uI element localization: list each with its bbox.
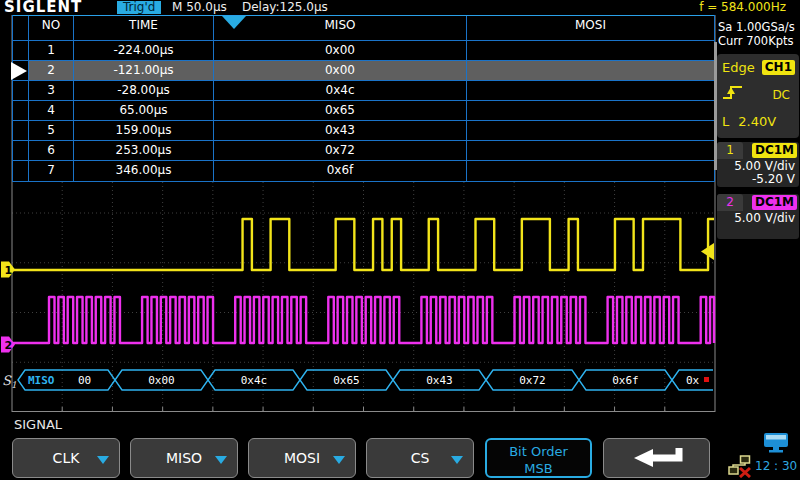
bottom-menu-bar: SIGNAL CLK MISO MOSI CS Bit Order MSB <box>0 412 716 480</box>
trigger-level-label: L <box>722 114 729 129</box>
col-header-miso: MISO <box>214 16 467 40</box>
top-status-bar: SIGLENT Trig'd M 50.0µs Delay:125.0µs f … <box>0 0 800 15</box>
return-arrow-icon <box>625 444 689 472</box>
bit-order-button[interactable]: Bit Order MSB <box>485 438 592 478</box>
rising-edge-icon <box>722 84 744 105</box>
decode-event-table: NO TIME MISO MOSI 1 -224.00µs 0x00 2 -12… <box>12 14 715 182</box>
table-scrollbar[interactable] <box>714 42 717 170</box>
timebase-readout[interactable]: M 50.0µs <box>172 0 227 14</box>
frequency-counter: f = 584.000Hz <box>699 0 786 14</box>
trigger-status-badge[interactable]: Trig'd <box>117 1 161 14</box>
menu-section-label: SIGNAL <box>14 417 62 432</box>
dropdown-arrow-icon <box>451 456 463 464</box>
decode-frame-value: 0x72 <box>519 374 546 387</box>
decode-frame-value: 0x6f <box>612 374 639 387</box>
oscilloscope-screen: { "topbar": { "logo": "SIGLENT", "trigge… <box>0 0 800 480</box>
decode-frame-value: 00 <box>78 374 91 387</box>
col-header-no: NO <box>29 16 74 40</box>
trigger-coupling: DC <box>772 88 790 102</box>
trigger-position-marker[interactable] <box>222 16 246 29</box>
col-header-pointer <box>13 16 29 40</box>
svg-text:1: 1 <box>5 264 13 277</box>
channel2-scale: 5.00 V/div <box>717 212 795 225</box>
dropdown-arrow-icon <box>333 456 345 464</box>
channel1-info-panel[interactable]: 1 DC1M 5.00 V/div -5.20 V <box>717 142 799 187</box>
signal-cs-button[interactable]: CS <box>366 438 474 478</box>
trigger-source-badge: CH1 <box>762 60 795 75</box>
signal-mosi-button[interactable]: MOSI <box>248 438 356 478</box>
svg-text:2: 2 <box>5 339 13 352</box>
decode-frame-value: 0x <box>686 374 700 387</box>
dropdown-arrow-icon <box>215 456 227 464</box>
table-row[interactable]: 5 159.00µs 0x43 <box>13 121 714 141</box>
table-header-row: NO TIME MISO MOSI <box>13 16 714 41</box>
table-row[interactable]: 4 65.00µs 0x65 <box>13 101 714 121</box>
col-header-mosi: MOSI <box>467 16 714 40</box>
memory-depth: Curr 700Kpts <box>718 34 800 48</box>
decode-incomplete-dot <box>704 377 709 382</box>
trigger-level-value: 2.40V <box>738 114 776 129</box>
signal-miso-button[interactable]: MISO <box>130 438 238 478</box>
table-row[interactable]: 6 253.00µs 0x72 <box>13 141 714 161</box>
acquisition-info: Sa 1.00GSa/s Curr 700Kpts <box>716 15 800 48</box>
decode-bus-name: MISO <box>28 374 55 387</box>
table-row[interactable]: 3 -28.00µs 0x4c <box>13 81 714 101</box>
table-row-selected[interactable]: 2 -121.00µs 0x00 <box>13 61 714 81</box>
network-error-icon[interactable] <box>728 455 752 480</box>
channel1-number-tab[interactable]: 1 <box>717 142 743 159</box>
trigger-type: Edge <box>722 60 755 75</box>
clock-time: 12 : 30 <box>755 459 797 473</box>
decode-frame-value: 0x65 <box>333 374 360 387</box>
decode-frame-value: 0x4c <box>241 374 268 387</box>
channel2-info-panel[interactable]: 2 DC1M 5.00 V/div <box>717 194 799 239</box>
channel2-coupling-badge: DC1M <box>752 195 797 210</box>
channel1-coupling-badge: DC1M <box>752 143 797 158</box>
svg-text:1: 1 <box>11 380 17 390</box>
channel1-offset: -5.20 V <box>717 173 795 186</box>
dropdown-arrow-icon <box>97 456 109 464</box>
selected-row-pointer-icon <box>13 62 27 80</box>
delay-readout[interactable]: Delay:125.0µs <box>242 0 328 14</box>
siglent-logo: SIGLENT <box>4 0 82 14</box>
channel2-number-tab[interactable]: 2 <box>717 194 743 211</box>
decode-frame-value: 0x43 <box>426 374 453 387</box>
back-button[interactable] <box>603 438 710 478</box>
right-sidebar: Sa 1.00GSa/s Curr 700Kpts Edge CH1 DC L2… <box>716 15 800 480</box>
monitor-icon[interactable] <box>763 432 789 458</box>
table-row[interactable]: 1 -224.00µs 0x00 <box>13 41 714 61</box>
decode-frame-value: 0x00 <box>148 374 175 387</box>
signal-clk-button[interactable]: CLK <box>12 438 120 478</box>
sample-rate: Sa 1.00GSa/s <box>718 20 800 34</box>
table-row[interactable]: 7 346.00µs 0x6f <box>13 161 714 181</box>
col-header-time: TIME <box>74 16 214 40</box>
trigger-info-panel[interactable]: Edge CH1 DC L2.40V <box>717 54 799 138</box>
